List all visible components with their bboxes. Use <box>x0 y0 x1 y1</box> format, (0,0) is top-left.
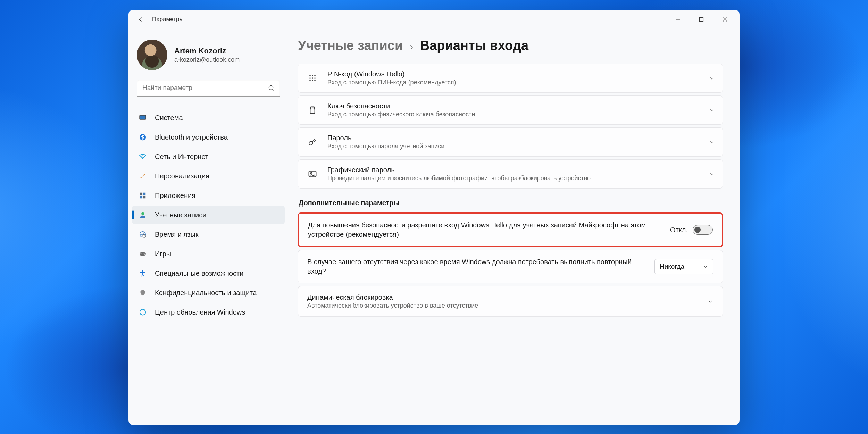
sidebar-item-network[interactable]: Сеть и Интернет <box>132 147 285 166</box>
brush-icon <box>138 172 147 181</box>
breadcrumb: Учетные записи › Варианты входа <box>298 38 723 53</box>
sidebar-item-accessibility[interactable]: Специальные возможности <box>132 264 285 283</box>
svg-point-16 <box>142 270 143 272</box>
svg-point-24 <box>309 80 311 81</box>
sidebar-item-label: Персонализация <box>155 172 209 180</box>
breadcrumb-current: Варианты входа <box>420 38 528 53</box>
sidebar-item-label: Центр обновления Windows <box>155 308 245 316</box>
card-title: PIN-код (Windows Hello) <box>327 70 700 78</box>
display-icon <box>138 113 147 122</box>
card-subtitle: Автоматически блокировать устройство в в… <box>307 302 699 309</box>
sidebar-item-privacy[interactable]: Конфиденциальность и защита <box>132 283 285 302</box>
svg-rect-27 <box>311 107 315 109</box>
svg-rect-0 <box>700 18 703 22</box>
svg-point-25 <box>312 80 313 81</box>
search-input[interactable] <box>137 80 280 97</box>
svg-point-21 <box>309 77 311 79</box>
svg-rect-2 <box>140 115 146 119</box>
setting-require-signin: В случае вашего отсутствия через какое в… <box>298 250 723 283</box>
toggle-state-label: Откл. <box>670 226 688 234</box>
card-title: Динамическая блокировка <box>307 293 699 301</box>
svg-point-33 <box>310 173 312 174</box>
minimize-button[interactable] <box>666 11 690 28</box>
sidebar-item-label: Специальные возможности <box>155 269 243 277</box>
card-subtitle: Вход с помощью пароля учетной записи <box>327 143 700 150</box>
minimize-icon <box>675 17 680 22</box>
wifi-icon <box>138 152 147 161</box>
chevron-right-icon: › <box>410 41 413 52</box>
titlebar: Параметры <box>128 10 740 29</box>
close-icon <box>723 17 727 22</box>
card-title: Ключ безопасности <box>327 102 700 110</box>
user-name: Artem Kozoriz <box>174 47 240 56</box>
sidebar-item-label: Учетные записи <box>155 211 206 219</box>
bluetooth-icon <box>138 133 147 142</box>
close-button[interactable] <box>713 11 737 28</box>
accessibility-icon <box>138 269 147 278</box>
signin-option-picture-password[interactable]: Графический пароль Проведите пальцем и к… <box>298 159 723 189</box>
search-container <box>137 80 280 97</box>
setting-hello-only: Для повышения безопасности разрешите вхо… <box>298 212 723 247</box>
setting-text: Для повышения безопасности разрешите вхо… <box>308 220 662 239</box>
svg-point-15 <box>144 254 145 255</box>
window-controls <box>666 11 737 28</box>
select-value: Никогда <box>660 263 684 270</box>
svg-rect-7 <box>143 193 145 195</box>
settings-window: Параметры Artem Kozoriz a-kozoriz@outloo… <box>128 10 740 425</box>
apps-icon <box>138 191 147 200</box>
card-subtitle: Вход с помощью физического ключа безопас… <box>327 111 700 118</box>
sidebar-item-label: Конфиденциальность и защита <box>155 289 257 297</box>
update-icon <box>138 308 147 317</box>
svg-point-23 <box>314 77 316 79</box>
gamepad-icon <box>138 249 147 258</box>
require-signin-select[interactable]: Никогда <box>654 259 713 274</box>
sidebar-item-label: Время и язык <box>155 231 199 239</box>
picture-icon <box>306 167 319 181</box>
svg-rect-29 <box>312 107 312 108</box>
arrow-left-icon <box>137 16 144 23</box>
sidebar-item-personalization[interactable]: Персонализация <box>132 167 285 185</box>
sidebar-item-label: Приложения <box>155 192 195 200</box>
maximize-icon <box>699 17 704 22</box>
sidebar-item-label: Система <box>155 114 183 122</box>
user-email: a-kozoriz@outlook.com <box>174 56 240 64</box>
svg-point-18 <box>309 75 311 76</box>
chevron-down-icon <box>709 107 715 113</box>
card-title: Пароль <box>327 134 700 142</box>
sidebar-item-accounts[interactable]: Учетные записи <box>132 206 285 224</box>
svg-point-10 <box>141 212 144 215</box>
sidebar-item-system[interactable]: Система <box>132 108 285 127</box>
signin-option-pin[interactable]: PIN-код (Windows Hello) Вход с помощью П… <box>298 64 723 93</box>
avatar <box>137 40 167 70</box>
setting-dynamic-lock[interactable]: Динамическая блокировка Автоматически бл… <box>298 286 723 317</box>
sidebar-item-label: Bluetooth и устройства <box>155 133 228 141</box>
sidebar-item-windows-update[interactable]: Центр обновления Windows <box>132 303 285 322</box>
section-heading: Дополнительные параметры <box>299 199 723 207</box>
person-icon <box>138 210 147 219</box>
back-button[interactable] <box>135 13 147 26</box>
sidebar-item-gaming[interactable]: Игры <box>132 244 285 263</box>
maximize-button[interactable] <box>690 11 713 28</box>
sidebar-item-bluetooth[interactable]: Bluetooth и устройства <box>132 128 285 147</box>
breadcrumb-parent[interactable]: Учетные записи <box>298 38 403 53</box>
chevron-down-icon <box>707 298 713 304</box>
search-icon[interactable] <box>268 85 275 92</box>
globe-clock-icon <box>138 230 147 239</box>
svg-point-14 <box>144 253 145 254</box>
key-icon <box>306 135 319 149</box>
signin-option-security-key[interactable]: Ключ безопасности Вход с помощью физичес… <box>298 95 723 125</box>
chevron-down-icon <box>709 171 715 177</box>
card-subtitle: Вход с помощью ПИН-кода (рекомендуется) <box>327 79 700 86</box>
sidebar-item-time-language[interactable]: Время и язык <box>132 225 285 244</box>
toggle-switch[interactable] <box>693 225 713 235</box>
svg-point-20 <box>314 75 316 76</box>
svg-point-5 <box>142 158 143 159</box>
nav-list: Система Bluetooth и устройства Сеть и Ин… <box>132 108 285 322</box>
card-subtitle: Проведите пальцем и коснитесь любимой фо… <box>327 175 700 182</box>
sidebar-item-apps[interactable]: Приложения <box>132 186 285 205</box>
signin-option-password[interactable]: Пароль Вход с помощью пароля учетной зап… <box>298 127 723 157</box>
user-block[interactable]: Artem Kozoriz a-kozoriz@outlook.com <box>132 33 285 80</box>
svg-rect-8 <box>140 196 142 198</box>
sidebar-item-label: Сеть и Интернет <box>155 153 208 161</box>
svg-rect-9 <box>143 196 145 198</box>
